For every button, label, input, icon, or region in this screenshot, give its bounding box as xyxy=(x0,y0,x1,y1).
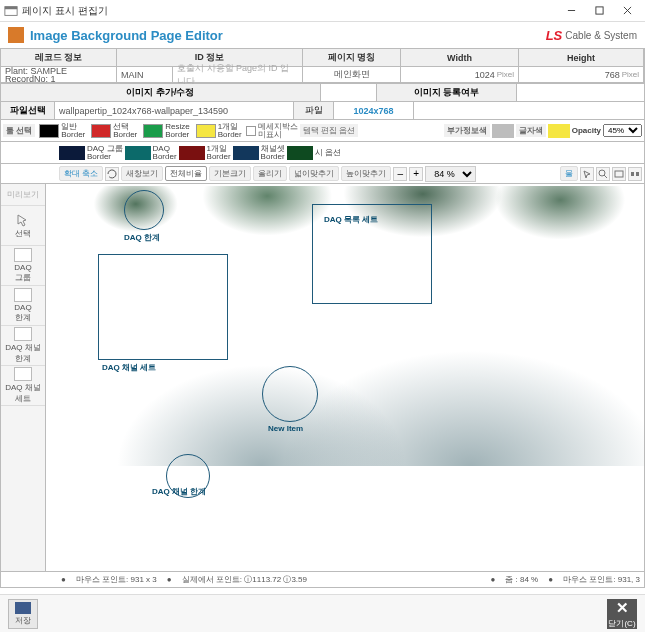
image-section-header: 이미지 추가/수정 이미지 등록여부 xyxy=(0,84,645,102)
opacity-select[interactable]: 45% xyxy=(603,124,642,137)
hd-height: Height xyxy=(519,49,644,67)
width-value[interactable]: 1024Pixel xyxy=(401,67,519,83)
refresh-icon[interactable] xyxy=(105,167,119,181)
status-real-point: 실제에서 포인트: ⓘ1113.72 ⓘ3.59 xyxy=(182,574,307,585)
border-general[interactable]: 일반Border xyxy=(37,122,87,140)
app-title: Image Background Page Editor xyxy=(30,28,223,43)
zoom-label: 확대 축소 xyxy=(59,166,103,181)
svg-rect-10 xyxy=(636,172,639,176)
image-add-edit-label: 이미지 추가/수정 xyxy=(1,84,321,101)
color-swatch-row: DAQ 그룹Border DAQBorder 1개일Border 채널셋Bord… xyxy=(0,142,645,164)
recordno-label: RecordNo: 1 xyxy=(5,75,56,83)
id-hint: 호출시 사용할 Page의 ID 입니다 xyxy=(173,67,303,83)
footer: 저장 ✕ 닫기(C) xyxy=(0,594,645,632)
window-maximize-button[interactable] xyxy=(585,1,613,21)
cursor-icon xyxy=(15,213,31,227)
hd-width: Width xyxy=(401,49,519,67)
border-resize[interactable]: ResizeBorder xyxy=(141,122,191,140)
file-dimensions: 1024x768 xyxy=(334,102,414,119)
file-button[interactable]: 파일 xyxy=(294,102,334,119)
svg-line-7 xyxy=(604,175,607,178)
svg-rect-1 xyxy=(5,6,17,9)
color-daq-group[interactable]: DAQ 그룹Border xyxy=(59,145,123,161)
border-select[interactable]: 선택Border xyxy=(89,122,139,140)
canvas-toolbar: 확대 축소 새창보기 전체비율 기본크기 올리기 넓이맞추기 높이맞추기 – +… xyxy=(0,164,645,184)
btn-fit-width[interactable]: 넓이맞추기 xyxy=(289,166,339,181)
status-mouse-point: 마우스 포인트: 931 x 3 xyxy=(76,574,157,585)
tool-palette: 미리보기 선택 DAQ 그룹 DAQ 한계 DAQ 채널 한계 DAQ 채널 세… xyxy=(0,184,46,572)
ann-new-item-label: New Item xyxy=(268,424,303,433)
color-ch-set[interactable]: 채널셋Border xyxy=(233,145,285,161)
ann-daq-limit-label: DAQ 한계 xyxy=(124,232,160,243)
status-mouse-point-2: 마우스 포인트: 931, 3 xyxy=(563,574,640,585)
extra-info-color-label: 부가정보색 xyxy=(444,124,490,137)
btn-fit-height[interactable]: 높이맞추기 xyxy=(341,166,391,181)
close-icon: ✕ xyxy=(616,599,629,617)
palette-daq-ch-limit[interactable]: DAQ 채널 한계 xyxy=(1,326,45,366)
color-display-option[interactable]: 시 옵션 xyxy=(287,146,341,160)
canvas-wrap: DAQ 한계 DAQ 목록 세트 DAQ 채널 세트 New Item DAQ … xyxy=(46,184,645,572)
ann-daq-limit-shape[interactable] xyxy=(124,190,164,230)
tool-icon-2[interactable] xyxy=(596,167,610,181)
tool-icon-4[interactable] xyxy=(628,167,642,181)
palette-daq-group[interactable]: DAQ 그룹 xyxy=(1,246,45,286)
btn-original[interactable]: 기본크기 xyxy=(209,166,251,181)
palette-preview[interactable]: 미리보기 xyxy=(1,184,45,206)
zoom-select[interactable]: 84 % xyxy=(425,166,476,182)
color-single-ch[interactable]: 1개일Border xyxy=(179,145,231,161)
svg-rect-8 xyxy=(615,171,623,177)
msgbox-hide-checkbox[interactable] xyxy=(246,126,256,136)
window-close-button[interactable] xyxy=(613,1,641,21)
main-input[interactable]: MAIN xyxy=(117,67,173,83)
tool-select-label: 툴 선택 xyxy=(3,124,35,137)
save-button[interactable]: 저장 xyxy=(8,599,38,629)
ann-new-item-shape[interactable] xyxy=(262,366,318,422)
status-bar: ● 마우스 포인트: 931 x 3 ● 실제에서 포인트: ⓘ1113.72 … xyxy=(0,572,645,588)
app-header: Image Background Page Editor LS Cable & … xyxy=(0,22,645,48)
palette-select[interactable]: 선택 xyxy=(1,206,45,246)
file-select-label: 파일선택 xyxy=(1,102,55,119)
tool-icon-1[interactable] xyxy=(580,167,594,181)
text-color-swatch[interactable] xyxy=(548,124,570,138)
btn-push[interactable]: 올리기 xyxy=(253,166,287,181)
svg-rect-9 xyxy=(631,172,634,176)
image-reg-label: 이미지 등록여부 xyxy=(377,84,517,101)
edit-option-label: 템택 편집 옵션 xyxy=(300,124,358,137)
hd-pagename: 페이지 명칭 xyxy=(303,49,401,67)
filename-input[interactable]: wallpapertip_1024x768-wallpaper_134590 xyxy=(55,102,294,119)
save-disk-icon xyxy=(15,602,31,614)
app-icon xyxy=(8,27,24,43)
ann-daq-ch-set-shape[interactable] xyxy=(98,254,228,360)
window-minimize-button[interactable] xyxy=(557,1,585,21)
ann-daq-list-set-label: DAQ 목록 세트 xyxy=(324,214,378,225)
window-titlebar: 페이지 표시 편집기 xyxy=(0,0,645,22)
plant-info: Plant: SAMPLE RecordNo: 1 xyxy=(1,67,117,83)
window-title: 페이지 표시 편집기 xyxy=(22,4,557,18)
svg-rect-3 xyxy=(595,7,602,14)
msgbox-hide-label: 메세지박스 미표시 xyxy=(258,123,298,139)
opacity-label: Opacity xyxy=(572,126,601,135)
info-grid: 레코드 정보 ID 정보 페이지 명칭 Width Height Plant: … xyxy=(0,48,645,84)
extra-info-color-swatch[interactable] xyxy=(492,124,514,138)
status-zoom: 줌 : 84 % xyxy=(505,574,538,585)
zoom-in-icon[interactable]: + xyxy=(409,167,423,181)
palette-daq-limit[interactable]: DAQ 한계 xyxy=(1,286,45,326)
page-name-input[interactable]: 메인화면 xyxy=(303,67,401,83)
ann-daq-ch-set-label: DAQ 채널 세트 xyxy=(102,362,156,373)
zoom-out-icon[interactable]: – xyxy=(393,167,407,181)
close-button[interactable]: ✕ 닫기(C) xyxy=(607,599,637,629)
hd-record: 레코드 정보 xyxy=(1,49,117,67)
height-value[interactable]: 768Pixel xyxy=(519,67,644,83)
brand-ls: LS xyxy=(546,28,563,43)
btn-refresh[interactable]: 새창보기 xyxy=(121,166,163,181)
btn-fit-all[interactable]: 전체비율 xyxy=(165,166,207,181)
toolbar-blank-label: 물 xyxy=(560,166,578,181)
border-single[interactable]: 1개일Border xyxy=(194,122,244,140)
brand-logo: LS Cable & System xyxy=(546,28,637,43)
color-daq[interactable]: DAQBorder xyxy=(125,145,177,161)
brand-cs: Cable & System xyxy=(565,30,637,41)
tool-icon-3[interactable] xyxy=(612,167,626,181)
ann-daq-ch-limit-label: DAQ 채널 한계 xyxy=(152,486,206,497)
palette-daq-ch-set[interactable]: DAQ 채널 세트 xyxy=(1,366,45,406)
app-window-icon xyxy=(4,4,18,18)
